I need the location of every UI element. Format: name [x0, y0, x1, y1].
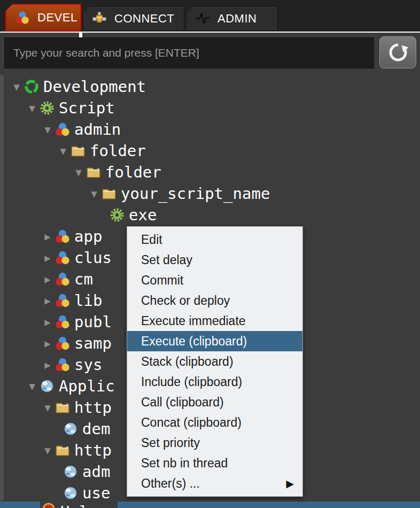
menu-item-execute-clipboard[interactable]: Execute (clipboard): [127, 331, 302, 351]
bottom-row-label: Hel: [60, 503, 88, 508]
tree-item-exe[interactable]: exe: [0, 204, 420, 226]
menu-item-execute-immediate[interactable]: Execute immediate: [127, 311, 302, 331]
tree-item-label: use: [82, 484, 110, 502]
refresh-button[interactable]: [379, 36, 416, 68]
menu-item-label: Stack (clipboard): [141, 355, 234, 369]
menu-item-call-clipboard[interactable]: Call (clipboard): [127, 392, 302, 412]
menu-item-concat-clipboard[interactable]: Concat (clipboard): [127, 412, 302, 433]
expander-closed-icon[interactable]: ▸: [41, 295, 55, 307]
tab-devel[interactable]: DEVEL: [5, 4, 81, 31]
pulse-icon: [195, 11, 210, 26]
tree-item-label: dem: [82, 420, 110, 438]
refresh-icon: [386, 41, 410, 64]
menu-item-label: Set delay: [141, 253, 192, 267]
globe-icon: [63, 464, 79, 480]
menu-item-other-s[interactable]: Other(s) ...▶: [127, 473, 302, 494]
tree-item-label: admin: [74, 120, 121, 138]
tricolor-icon: [55, 293, 71, 309]
tab-label: DEVEL: [37, 11, 77, 25]
folder-icon: [55, 442, 71, 458]
tree-item-script[interactable]: ▾Script: [0, 97, 420, 119]
tree-item-label: Applic: [59, 377, 115, 395]
gear-icon: [109, 207, 125, 223]
menu-item-label: Execute immediate: [141, 314, 246, 328]
tab-label: CONNECT: [114, 12, 174, 26]
menu-item-label: Call (clipboard): [141, 395, 224, 410]
help-icon: [42, 502, 56, 508]
tree-item-label: folder: [105, 163, 161, 181]
expander-open-icon[interactable]: ▾: [25, 102, 39, 114]
tree-item-label: Development: [43, 78, 146, 96]
tree-item-label: cm: [74, 270, 93, 288]
expander-open-icon[interactable]: ▾: [72, 166, 85, 179]
tricolor-icon: [55, 228, 71, 244]
expander-closed-icon[interactable]: ▸: [41, 359, 55, 371]
tree-item-label: sys: [74, 356, 102, 374]
expander-open-icon[interactable]: ▾: [87, 188, 101, 200]
tree-item-development[interactable]: ▾Development: [0, 76, 420, 97]
menu-item-set-priority[interactable]: Set priority: [127, 433, 302, 453]
globe-icon: [63, 421, 79, 437]
menu-item-label: Set nb in thread: [141, 456, 228, 471]
tricolor-icon: [55, 335, 71, 351]
tree-item-label: http: [74, 441, 112, 459]
menu-item-set-delay[interactable]: Set delay: [127, 250, 302, 270]
tab-bar: DEVELCONNECTADMIN: [0, 0, 420, 33]
menu-item-stack-clipboard[interactable]: Stack (clipboard): [127, 351, 302, 372]
tree-item-label: http: [74, 398, 112, 417]
tree-item-label: your_script_name: [121, 184, 270, 203]
menu-item-label: Include (clipboard): [141, 375, 242, 389]
expander-open-icon[interactable]: ▾: [25, 380, 39, 392]
tab-admin[interactable]: ADMIN: [186, 6, 278, 31]
expander-open-icon[interactable]: ▾: [56, 145, 70, 157]
expander-closed-icon[interactable]: ▸: [41, 230, 55, 243]
tree-item-admin[interactable]: ▾admin: [0, 119, 420, 140]
folder-icon: [55, 399, 71, 415]
globe-icon: [63, 485, 79, 501]
tree-item-label: exe: [129, 206, 157, 224]
tree-item-label: clus: [74, 249, 112, 267]
connector-icon: [92, 11, 107, 26]
tab-connect[interactable]: CONNECT: [83, 6, 184, 31]
expander-open-icon[interactable]: ▾: [41, 402, 55, 414]
menu-item-label: Check or deploy: [141, 294, 230, 308]
context-menu: EditSet delayCommitCheck or deployExecut…: [127, 226, 303, 497]
tree-item-label: samp: [74, 334, 112, 352]
menu-item-label: Other(s) ...: [141, 476, 200, 491]
folder-icon: [101, 186, 117, 202]
expander-closed-icon[interactable]: ▸: [41, 252, 55, 264]
expander-closed-icon[interactable]: ▸: [41, 273, 55, 286]
expander-open-icon[interactable]: ▾: [41, 444, 55, 457]
tree-item-folder[interactable]: ▾folder: [0, 140, 420, 161]
expander-closed-icon[interactable]: ▸: [41, 316, 55, 328]
tree-item-your-script-name[interactable]: ▾your_script_name: [0, 183, 420, 204]
menu-item-check-or-deploy[interactable]: Check or deploy: [127, 290, 302, 311]
tree-item-label: app: [74, 227, 102, 245]
recycle-icon: [24, 79, 40, 95]
menu-item-include-clipboard[interactable]: Include (clipboard): [127, 372, 302, 392]
bottom-partial-row[interactable]: Hel: [0, 502, 420, 508]
folder-icon: [85, 164, 102, 180]
menu-item-set-nb-in-thread[interactable]: Set nb in thread: [127, 453, 302, 473]
tricolor-icon: [55, 250, 71, 266]
tricolor-icon: [55, 314, 71, 330]
app-window: DEVELCONNECTADMIN ▾Development▾Script▾ad…: [0, 0, 420, 508]
tab-label: ADMIN: [217, 12, 256, 26]
expander-open-icon[interactable]: ▾: [41, 124, 55, 136]
tricolor-icon: [55, 357, 71, 373]
tricolor-icon: [55, 121, 71, 137]
bottom-row-label-area: Hel: [40, 502, 118, 508]
menu-item-label: Concat (clipboard): [141, 415, 242, 430]
folder-icon: [70, 143, 86, 159]
menu-item-label: Commit: [141, 273, 183, 288]
menu-item-label: Set priority: [141, 436, 200, 450]
menu-item-commit[interactable]: Commit: [127, 270, 302, 290]
menu-item-edit[interactable]: Edit: [127, 229, 302, 250]
expander-closed-icon[interactable]: ▸: [41, 337, 55, 350]
search-input[interactable]: [4, 37, 374, 68]
tricolor-icon: [55, 271, 71, 287]
menu-item-label: Edit: [141, 233, 162, 247]
expander-open-icon[interactable]: ▾: [10, 81, 24, 93]
submenu-arrow-icon: ▶: [286, 478, 294, 489]
tree-item-folder[interactable]: ▾folder: [0, 161, 420, 183]
